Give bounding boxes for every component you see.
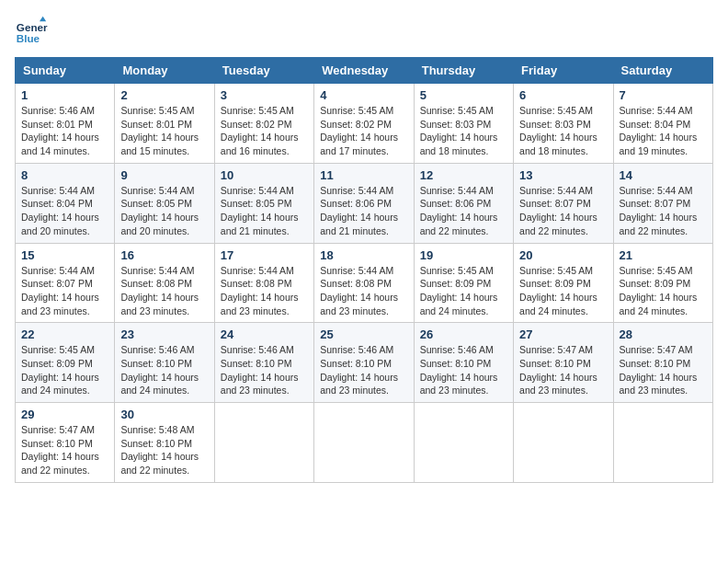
day-number: 1: [21, 88, 108, 102]
calendar-header-row: SundayMondayTuesdayWednesdayThursdayFrid…: [16, 58, 713, 84]
svg-text:Blue: Blue: [17, 32, 40, 44]
day-info: Sunrise: 5:46 AMSunset: 8:10 PMDaylight:…: [221, 343, 308, 397]
day-info: Sunrise: 5:45 AMSunset: 8:02 PMDaylight:…: [320, 104, 407, 158]
day-cell-7: 7Sunrise: 5:44 AMSunset: 8:04 PMDaylight…: [613, 84, 712, 164]
calendar-week-2: 8Sunrise: 5:44 AMSunset: 8:04 PMDaylight…: [16, 163, 713, 243]
day-number: 10: [221, 168, 308, 182]
day-number: 17: [221, 248, 308, 262]
day-number: 8: [21, 168, 108, 182]
empty-cell: [514, 403, 613, 483]
day-info: Sunrise: 5:44 AMSunset: 8:04 PMDaylight:…: [620, 104, 707, 158]
empty-cell: [214, 403, 313, 483]
day-number: 28: [620, 327, 707, 341]
day-info: Sunrise: 5:45 AMSunset: 8:09 PMDaylight:…: [519, 264, 607, 318]
day-cell-5: 5Sunrise: 5:45 AMSunset: 8:03 PMDaylight…: [414, 84, 513, 164]
day-number: 2: [120, 88, 208, 102]
day-cell-21: 21Sunrise: 5:45 AMSunset: 8:09 PMDayligh…: [613, 243, 712, 323]
day-number: 23: [120, 327, 208, 341]
day-cell-27: 27Sunrise: 5:47 AMSunset: 8:10 PMDayligh…: [514, 323, 613, 403]
calendar-week-5: 29Sunrise: 5:47 AMSunset: 8:10 PMDayligh…: [16, 403, 713, 483]
day-cell-3: 3Sunrise: 5:45 AMSunset: 8:02 PMDaylight…: [214, 84, 313, 164]
day-number: 22: [21, 327, 108, 341]
day-number: 4: [320, 88, 407, 102]
logo: General Blue: [15, 15, 51, 48]
day-info: Sunrise: 5:45 AMSunset: 8:03 PMDaylight:…: [420, 104, 507, 158]
day-number: 19: [420, 248, 507, 262]
day-info: Sunrise: 5:46 AMSunset: 8:10 PMDaylight:…: [120, 343, 208, 397]
day-header-wednesday: Wednesday: [314, 58, 414, 84]
day-cell-16: 16Sunrise: 5:44 AMSunset: 8:08 PMDayligh…: [115, 243, 214, 323]
day-cell-18: 18Sunrise: 5:44 AMSunset: 8:08 PMDayligh…: [314, 243, 414, 323]
day-info: Sunrise: 5:44 AMSunset: 8:04 PMDaylight:…: [21, 184, 108, 238]
day-number: 25: [320, 327, 407, 341]
day-header-saturday: Saturday: [613, 58, 712, 84]
day-info: Sunrise: 5:45 AMSunset: 8:09 PMDaylight:…: [21, 343, 108, 397]
day-cell-2: 2Sunrise: 5:45 AMSunset: 8:01 PMDaylight…: [115, 84, 214, 164]
day-cell-17: 17Sunrise: 5:44 AMSunset: 8:08 PMDayligh…: [214, 243, 313, 323]
day-info: Sunrise: 5:45 AMSunset: 8:09 PMDaylight:…: [420, 264, 507, 318]
day-cell-1: 1Sunrise: 5:46 AMSunset: 8:01 PMDaylight…: [16, 84, 115, 164]
day-cell-22: 22Sunrise: 5:45 AMSunset: 8:09 PMDayligh…: [16, 323, 115, 403]
day-cell-12: 12Sunrise: 5:44 AMSunset: 8:06 PMDayligh…: [414, 163, 513, 243]
day-info: Sunrise: 5:45 AMSunset: 8:09 PMDaylight:…: [620, 264, 707, 318]
day-info: Sunrise: 5:44 AMSunset: 8:07 PMDaylight:…: [620, 184, 707, 238]
day-cell-10: 10Sunrise: 5:44 AMSunset: 8:05 PMDayligh…: [214, 163, 313, 243]
day-cell-9: 9Sunrise: 5:44 AMSunset: 8:05 PMDaylight…: [115, 163, 214, 243]
day-cell-8: 8Sunrise: 5:44 AMSunset: 8:04 PMDaylight…: [16, 163, 115, 243]
day-cell-29: 29Sunrise: 5:47 AMSunset: 8:10 PMDayligh…: [16, 403, 115, 483]
svg-marker-2: [40, 17, 46, 21]
day-header-thursday: Thursday: [414, 58, 513, 84]
day-cell-28: 28Sunrise: 5:47 AMSunset: 8:10 PMDayligh…: [613, 323, 712, 403]
day-info: Sunrise: 5:46 AMSunset: 8:10 PMDaylight:…: [320, 343, 407, 397]
day-info: Sunrise: 5:44 AMSunset: 8:07 PMDaylight:…: [21, 264, 108, 318]
header: General Blue: [15, 15, 713, 48]
calendar-week-1: 1Sunrise: 5:46 AMSunset: 8:01 PMDaylight…: [16, 84, 713, 164]
day-cell-24: 24Sunrise: 5:46 AMSunset: 8:10 PMDayligh…: [214, 323, 313, 403]
day-cell-30: 30Sunrise: 5:48 AMSunset: 8:10 PMDayligh…: [115, 403, 214, 483]
day-info: Sunrise: 5:44 AMSunset: 8:08 PMDaylight:…: [120, 264, 208, 318]
day-info: Sunrise: 5:44 AMSunset: 8:06 PMDaylight:…: [320, 184, 407, 238]
day-number: 5: [420, 88, 507, 102]
day-cell-26: 26Sunrise: 5:46 AMSunset: 8:10 PMDayligh…: [414, 323, 513, 403]
day-cell-15: 15Sunrise: 5:44 AMSunset: 8:07 PMDayligh…: [16, 243, 115, 323]
day-number: 27: [519, 327, 607, 341]
day-number: 16: [120, 248, 208, 262]
day-number: 7: [620, 88, 707, 102]
day-number: 21: [620, 248, 707, 262]
day-info: Sunrise: 5:44 AMSunset: 8:06 PMDaylight:…: [420, 184, 507, 238]
day-cell-6: 6Sunrise: 5:45 AMSunset: 8:03 PMDaylight…: [514, 84, 613, 164]
day-info: Sunrise: 5:46 AMSunset: 8:10 PMDaylight:…: [420, 343, 507, 397]
day-info: Sunrise: 5:44 AMSunset: 8:07 PMDaylight:…: [519, 184, 607, 238]
day-info: Sunrise: 5:45 AMSunset: 8:03 PMDaylight:…: [519, 104, 607, 158]
calendar: SundayMondayTuesdayWednesdayThursdayFrid…: [15, 57, 713, 483]
day-info: Sunrise: 5:44 AMSunset: 8:05 PMDaylight:…: [120, 184, 208, 238]
day-number: 13: [519, 168, 607, 182]
day-number: 3: [221, 88, 308, 102]
day-number: 9: [120, 168, 208, 182]
logo-icon: General Blue: [15, 15, 48, 48]
day-number: 24: [221, 327, 308, 341]
day-info: Sunrise: 5:47 AMSunset: 8:10 PMDaylight:…: [21, 423, 108, 477]
calendar-body: 1Sunrise: 5:46 AMSunset: 8:01 PMDaylight…: [16, 84, 713, 483]
day-number: 6: [519, 88, 607, 102]
day-info: Sunrise: 5:45 AMSunset: 8:01 PMDaylight:…: [120, 104, 208, 158]
day-cell-23: 23Sunrise: 5:46 AMSunset: 8:10 PMDayligh…: [115, 323, 214, 403]
day-cell-4: 4Sunrise: 5:45 AMSunset: 8:02 PMDaylight…: [314, 84, 414, 164]
day-cell-19: 19Sunrise: 5:45 AMSunset: 8:09 PMDayligh…: [414, 243, 513, 323]
day-info: Sunrise: 5:44 AMSunset: 8:08 PMDaylight:…: [221, 264, 308, 318]
day-info: Sunrise: 5:47 AMSunset: 8:10 PMDaylight:…: [519, 343, 607, 397]
day-number: 12: [420, 168, 507, 182]
day-header-tuesday: Tuesday: [214, 58, 313, 84]
day-number: 20: [519, 248, 607, 262]
calendar-week-4: 22Sunrise: 5:45 AMSunset: 8:09 PMDayligh…: [16, 323, 713, 403]
day-info: Sunrise: 5:47 AMSunset: 8:10 PMDaylight:…: [620, 343, 707, 397]
day-number: 11: [320, 168, 407, 182]
day-cell-13: 13Sunrise: 5:44 AMSunset: 8:07 PMDayligh…: [514, 163, 613, 243]
day-info: Sunrise: 5:44 AMSunset: 8:05 PMDaylight:…: [221, 184, 308, 238]
empty-cell: [414, 403, 513, 483]
day-number: 15: [21, 248, 108, 262]
day-header-sunday: Sunday: [16, 58, 115, 84]
empty-cell: [613, 403, 712, 483]
day-info: Sunrise: 5:44 AMSunset: 8:08 PMDaylight:…: [320, 264, 407, 318]
day-header-monday: Monday: [115, 58, 214, 84]
